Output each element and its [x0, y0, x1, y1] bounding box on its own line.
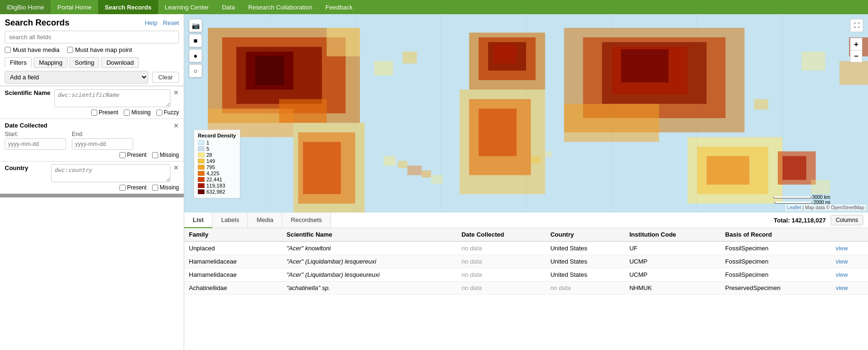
legend-color-7 — [198, 177, 204, 182]
nav-feedback[interactable]: Feedback — [319, 0, 359, 14]
date-missing-label[interactable]: Missing — [152, 152, 179, 158]
cell-link: view — [831, 268, 868, 282]
clear-button[interactable]: Clear — [152, 72, 179, 83]
scientific-name-filter: Scientific Name ✕ Present Missing — [0, 86, 184, 119]
date-missing-checkbox[interactable] — [152, 152, 158, 158]
help-link[interactable]: Help — [145, 19, 158, 26]
scientific-name-fuzzy[interactable] — [156, 110, 162, 116]
end-date-field: End: — [72, 131, 133, 150]
svg-rect-48 — [531, 156, 540, 163]
scroll-track[interactable] — [0, 194, 184, 197]
nav-data[interactable]: Data — [215, 0, 241, 14]
svg-rect-9 — [327, 28, 360, 56]
svg-rect-47 — [431, 175, 443, 184]
top-navigation: iDigBio Home Portal Home Search Records … — [0, 0, 868, 14]
fullscreen-icon: ⛶ — [854, 22, 859, 29]
scientific-name-present[interactable] — [91, 110, 97, 116]
date-present-label[interactable]: Present — [119, 152, 146, 158]
view-link[interactable]: view — [835, 284, 848, 291]
scientific-name-close[interactable]: ✕ — [173, 89, 179, 96]
tab-list[interactable]: List — [184, 213, 213, 228]
svg-rect-21 — [621, 49, 669, 82]
total-count: Total: 142,118,027 — [774, 217, 825, 224]
end-date-input[interactable] — [72, 138, 133, 150]
ring-tool-button[interactable]: ○ — [189, 64, 202, 77]
legend-item-3: 28 — [198, 152, 236, 158]
tab-mapping[interactable]: Mapping — [34, 57, 68, 68]
leaflet-link[interactable]: Leaflet — [787, 205, 801, 210]
legend-title: Record Density — [198, 133, 236, 138]
date-present-checkbox[interactable] — [119, 152, 126, 158]
must-have-media-checkbox[interactable] — [5, 47, 11, 53]
search-input[interactable] — [5, 31, 179, 43]
nav-research-collaboration[interactable]: Research Collaboration — [241, 0, 319, 14]
table-row: Achatinellidae"achatinella" sp.no datano… — [184, 282, 868, 295]
country-filter: Country ✕ Present Missing — [0, 161, 184, 194]
fullscreen-button[interactable]: ⛶ — [850, 19, 863, 32]
circle-tool-button[interactable]: ● — [189, 49, 202, 62]
nav-search-records[interactable]: Search Records — [98, 0, 158, 14]
results-controls: Total: 142,118,027 Columns — [774, 215, 868, 225]
heatmap-visualization[interactable] — [184, 14, 868, 213]
fuzzy-checkbox-label[interactable]: Fuzzy — [156, 109, 179, 116]
country-present-label[interactable]: Present — [119, 184, 146, 191]
cell-date-collected: no data — [457, 255, 545, 268]
cell-country: United States — [545, 241, 624, 255]
svg-rect-46 — [422, 171, 431, 178]
country-input[interactable] — [51, 164, 170, 182]
view-link[interactable]: view — [835, 271, 848, 278]
country-present-checkbox[interactable] — [119, 185, 126, 191]
add-field-select[interactable]: Add a field — [5, 71, 148, 84]
nav-portal-home[interactable]: Portal Home — [51, 0, 98, 14]
country-missing-label[interactable]: Missing — [152, 184, 179, 191]
screenshot-button[interactable]: 📷 — [189, 19, 202, 32]
cell-institution-code: UF — [625, 241, 721, 255]
view-link[interactable]: view — [835, 258, 848, 265]
tab-sorting[interactable]: Sorting — [69, 57, 99, 68]
results-tabs: List Labels Media Recordsets — [184, 213, 331, 228]
reset-link[interactable]: Reset — [163, 19, 179, 26]
app-wrapper: iDigBio Home Portal Home Search Records … — [0, 0, 868, 350]
zoom-out-button[interactable]: − — [850, 50, 862, 62]
columns-button[interactable]: Columns — [831, 215, 863, 225]
scientific-name-input[interactable] — [54, 89, 170, 107]
cell-date-collected: no data — [457, 282, 545, 295]
tab-filters[interactable]: Filters — [5, 57, 32, 68]
svg-rect-33 — [801, 51, 825, 70]
cell-basis-of-record: PreservedSpecimen — [721, 282, 831, 295]
country-close[interactable]: ✕ — [173, 164, 179, 171]
scientific-name-label: Scientific Name — [5, 89, 51, 96]
present-checkbox-label[interactable]: Present — [91, 109, 118, 116]
tab-download[interactable]: Download — [101, 57, 139, 68]
scale-bar-km — [774, 196, 811, 198]
svg-rect-16 — [478, 109, 516, 156]
view-link[interactable]: view — [835, 245, 848, 252]
zoom-in-button[interactable]: + — [850, 38, 862, 50]
cell-family: Achatinellidae — [184, 282, 282, 295]
right-panel: 📷 ■ ● ○ ⛶ — [184, 14, 868, 350]
nav-idigbio-home[interactable]: iDigBio Home — [0, 0, 51, 14]
country-missing-checkbox[interactable] — [152, 185, 158, 191]
must-have-map-point-checkbox[interactable] — [67, 47, 73, 53]
filters-area: Scientific Name ✕ Present Missing — [0, 86, 184, 350]
must-have-map-point-label[interactable]: Must have map point — [67, 46, 132, 53]
legend-color-5 — [198, 165, 204, 170]
square-tool-button[interactable]: ■ — [189, 34, 202, 47]
legend-item-7: 22,441 — [198, 177, 236, 182]
scientific-name-missing[interactable] — [124, 110, 130, 116]
results-section: List Labels Media Recordsets Total: 142,… — [184, 213, 868, 350]
tab-labels[interactable]: Labels — [213, 213, 248, 228]
table-row: Hamamelidaceae"Acer" (Liquidambar) lesqu… — [184, 268, 868, 282]
missing-checkbox-label[interactable]: Missing — [124, 109, 151, 116]
tab-media[interactable]: Media — [248, 213, 282, 228]
cell-basis-of-record: FossilSpecimen — [721, 268, 831, 282]
square-icon: ■ — [194, 37, 197, 44]
date-collected-close[interactable]: ✕ — [173, 122, 179, 129]
must-have-media-label[interactable]: Must have media — [5, 46, 60, 53]
nav-learning-center[interactable]: Learning Center — [158, 0, 215, 14]
tab-recordsets[interactable]: Recordsets — [282, 213, 331, 228]
start-date-input[interactable] — [5, 138, 66, 150]
cell-link: view — [831, 241, 868, 255]
panel-links: Help Reset — [141, 19, 179, 26]
date-collected-filter: Date Collected ✕ Start: End: — [0, 119, 184, 161]
